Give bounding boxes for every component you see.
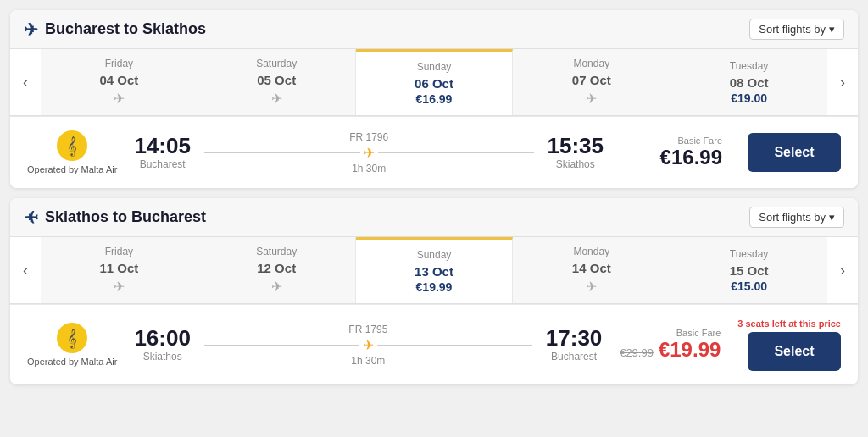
flight-line-outbound: FR 1796 ✈ 1h 30m [191, 131, 548, 174]
next-date-button-outbound[interactable]: › [827, 49, 858, 115]
section-title-return: ✈ Skiathos to Bucharest [24, 207, 206, 228]
sort-flights-button-return[interactable]: Sort flights by ▾ [749, 207, 844, 228]
depart-time-outbound: 14:05 [134, 135, 191, 157]
date-strip-return: ‹ Friday11 Oct✈Saturday12 Oct✈Sunday13 O… [10, 237, 858, 304]
select-col-outbound: Select [739, 133, 841, 172]
date-label: 05 Oct [257, 73, 296, 87]
date-cell[interactable]: Monday07 Oct✈ [513, 49, 670, 115]
old-price-return: €29.99 [620, 346, 654, 359]
day-label: Monday [573, 246, 609, 257]
arrive-time-outbound: 15:35 [548, 135, 604, 157]
date-cell[interactable]: Tuesday15 Oct€15.00 [670, 237, 827, 303]
line-seg-left-return [204, 345, 359, 346]
day-label: Saturday [256, 58, 297, 69]
no-flight-icon: ✈ [271, 91, 282, 107]
airline-name-outbound: Operated by Malta Air [27, 164, 117, 174]
price-block-return: Basic Fare €29.99 €19.99 [619, 328, 721, 362]
flight-number-outbound: FR 1796 [349, 131, 388, 143]
date-cell[interactable]: Saturday12 Oct✈ [198, 237, 356, 303]
date-cell[interactable]: Sunday13 Oct€19.99 [356, 237, 514, 303]
plane-icon-outbound: ✈ [364, 145, 375, 161]
airline-name-return: Operated by Malta Air [27, 357, 117, 367]
sort-flights-button[interactable]: Sort flights by ▾ [749, 19, 844, 40]
flight-number-return: FR 1795 [348, 324, 387, 335]
date-price: €19.00 [731, 91, 767, 105]
day-label: Friday [105, 246, 133, 257]
plane-return-icon: ✈ [24, 207, 38, 228]
day-label: Tuesday [730, 248, 769, 260]
fare-label-outbound: Basic Fare [677, 136, 722, 146]
date-price: €15.00 [731, 279, 767, 293]
flight-times-return: 16:00 Skiathos FR 1795 ✈ 1h 30m 17:30 Bu… [134, 324, 602, 367]
section-return: ✈ Skiathos to Bucharest Sort flights by … [10, 198, 858, 384]
harp-icon: 𝄞 [67, 136, 77, 156]
no-flight-icon: ✈ [114, 91, 125, 107]
date-cell[interactable]: Monday14 Oct✈ [513, 237, 670, 303]
section-outbound: ✈ Bucharest to Skiathos Sort flights by … [10, 10, 858, 188]
line-seg-right-outbound [378, 152, 534, 153]
sort-label-return: Sort flights by [759, 211, 826, 224]
line-outbound: ✈ [204, 145, 534, 161]
section-header-outbound: ✈ Bucharest to Skiathos Sort flights by … [10, 10, 858, 49]
date-label: 12 Oct [257, 261, 296, 275]
flight-card-return: 𝄞 Operated by Malta Air 16:00 Skiathos F… [10, 304, 858, 384]
depart-block-return: 16:00 Skiathos [134, 327, 191, 362]
airline-info-outbound: 𝄞 Operated by Malta Air [27, 130, 117, 174]
seats-warning-return: 3 seats left at this price [737, 318, 841, 329]
flight-card-outbound: 𝄞 Operated by Malta Air 14:05 Bucharest … [10, 116, 858, 188]
date-cell[interactable]: Saturday05 Oct✈ [198, 49, 356, 115]
arrive-block-return: 17:30 Bucharest [546, 327, 603, 362]
date-strip-outbound: ‹ Friday04 Oct✈Saturday05 Oct✈Sunday06 O… [10, 49, 858, 116]
line-seg-left-outbound [204, 152, 360, 153]
day-label: Sunday [417, 249, 452, 261]
select-col-return: 3 seats left at this price Select [737, 318, 841, 371]
plane-departure-icon: ✈ [24, 19, 38, 40]
duration-outbound: 1h 30m [352, 163, 386, 174]
duration-return: 1h 30m [351, 355, 385, 367]
day-label: Friday [105, 58, 133, 69]
select-button-outbound[interactable]: Select [748, 133, 841, 172]
price-outbound: €16.99 [660, 146, 722, 169]
sort-chevron-icon: ▾ [829, 23, 835, 36]
depart-city-outbound: Bucharest [140, 158, 186, 170]
depart-time-return: 16:00 [134, 327, 191, 349]
day-label: Sunday [417, 61, 452, 73]
airline-info-return: 𝄞 Operated by Malta Air [27, 323, 117, 367]
date-label: 08 Oct [730, 75, 769, 90]
day-label: Saturday [256, 246, 297, 257]
harp-icon-return: 𝄞 [67, 329, 77, 348]
date-label: 13 Oct [415, 264, 453, 279]
price-block-outbound: Basic Fare €16.99 [620, 136, 722, 169]
flight-line-return: FR 1795 ✈ 1h 30m [191, 324, 546, 367]
date-cell[interactable]: Tuesday08 Oct€19.00 [670, 49, 827, 115]
arrive-city-return: Bucharest [551, 351, 597, 362]
arrive-time-return: 17:30 [546, 327, 603, 349]
price-return: €19.99 [659, 338, 721, 362]
date-label: 11 Oct [99, 261, 138, 275]
dates-container-outbound: Friday04 Oct✈Saturday05 Oct✈Sunday06 Oct… [41, 49, 827, 115]
day-label: Tuesday [730, 60, 769, 72]
date-cell[interactable]: Sunday06 Oct€16.99 [356, 49, 514, 115]
prev-date-button-outbound[interactable]: ‹ [10, 49, 41, 115]
ryanair-logo-outbound: 𝄞 [57, 130, 87, 161]
select-button-return[interactable]: Select [748, 332, 841, 371]
sort-label: Sort flights by [759, 23, 826, 36]
line-return: ✈ [204, 337, 532, 353]
line-seg-right-return [377, 345, 532, 346]
no-flight-icon: ✈ [586, 279, 597, 295]
no-flight-icon: ✈ [114, 279, 125, 295]
date-label: 15 Oct [730, 263, 769, 278]
next-date-button-return[interactable]: › [827, 237, 858, 303]
date-cell[interactable]: Friday04 Oct✈ [41, 49, 198, 115]
fare-label-return: Basic Fare [676, 328, 721, 338]
arrive-city-outbound: Skiathos [556, 158, 595, 170]
arrive-block-outbound: 15:35 Skiathos [548, 135, 604, 170]
flight-times-outbound: 14:05 Bucharest FR 1796 ✈ 1h 30m 15:35 S… [134, 131, 604, 174]
date-label: 07 Oct [572, 73, 611, 87]
date-label: 14 Oct [572, 261, 611, 275]
date-price: €16.99 [416, 92, 453, 106]
date-cell[interactable]: Friday11 Oct✈ [41, 237, 198, 303]
date-label: 06 Oct [415, 76, 453, 91]
section-title-outbound: ✈ Bucharest to Skiathos [24, 19, 206, 40]
prev-date-button-return[interactable]: ‹ [10, 237, 41, 303]
